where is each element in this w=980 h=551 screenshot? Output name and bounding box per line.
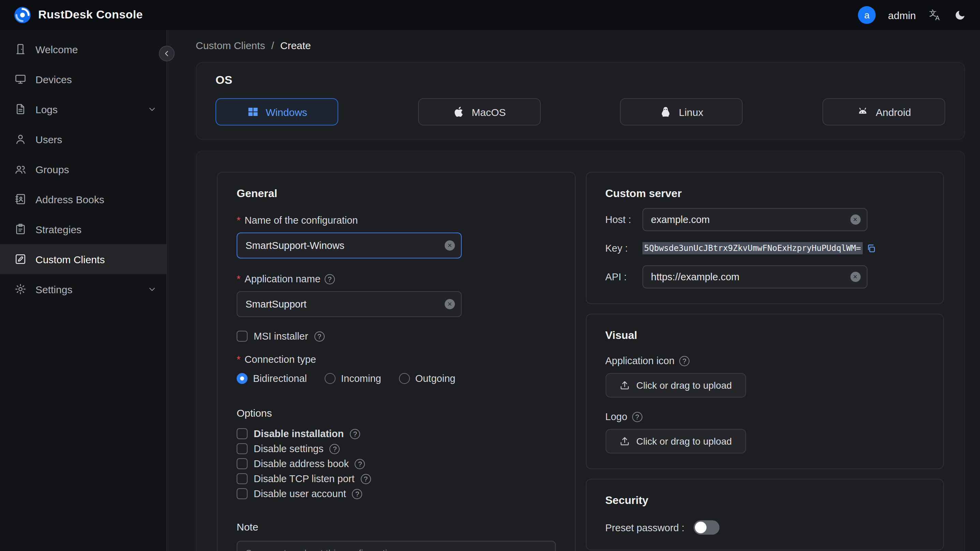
preset-password-toggle[interactable] bbox=[693, 520, 719, 535]
breadcrumb: Custom Clients / Create bbox=[196, 40, 965, 51]
required-marker: * bbox=[237, 354, 240, 365]
clear-icon[interactable]: × bbox=[445, 299, 455, 309]
api-label: API : bbox=[605, 271, 642, 282]
help-icon[interactable]: ? bbox=[330, 444, 340, 454]
upload-icon bbox=[619, 380, 630, 391]
general-card: General * Name of the configuration × * … bbox=[217, 172, 575, 551]
app-name-label: * Application name ? bbox=[237, 274, 555, 284]
main-content: Custom Clients / Create OS Windows bbox=[167, 30, 980, 551]
sidebar-item-label: Groups bbox=[35, 163, 69, 175]
help-icon[interactable]: ? bbox=[314, 331, 325, 341]
clear-icon[interactable]: × bbox=[850, 272, 860, 282]
key-row: Key : 5Qbwsde3unUcJBtrx9ZkvUmwFNoExHzpry… bbox=[605, 239, 924, 257]
gear-icon bbox=[14, 283, 27, 295]
os-button-linux[interactable]: Linux bbox=[620, 98, 743, 126]
breadcrumb-parent[interactable]: Custom Clients bbox=[196, 40, 265, 51]
host-label: Host : bbox=[605, 214, 642, 225]
os-button-windows[interactable]: Windows bbox=[215, 98, 338, 126]
address-book-icon bbox=[14, 193, 27, 205]
api-input[interactable] bbox=[642, 265, 867, 288]
avatar[interactable]: a bbox=[858, 6, 876, 24]
sidebar-item-address-books[interactable]: Address Books bbox=[0, 184, 166, 214]
username[interactable]: admin bbox=[888, 9, 916, 21]
help-icon[interactable]: ? bbox=[361, 474, 371, 484]
name-label: * Name of the configuration bbox=[237, 215, 555, 226]
upload-button-label: Click or drag to upload bbox=[636, 436, 732, 447]
help-icon[interactable]: ? bbox=[355, 459, 365, 469]
clear-icon[interactable]: × bbox=[850, 215, 860, 225]
sidebar-item-devices[interactable]: Devices bbox=[0, 64, 166, 94]
note-textarea[interactable] bbox=[237, 541, 555, 551]
checkbox-icon[interactable] bbox=[237, 488, 248, 499]
radio-bidirectional[interactable]: Bidirectional bbox=[237, 373, 307, 384]
right-column: Custom server Host : × Key : 5Qbwsde3unU… bbox=[585, 172, 944, 551]
option-disable-address-book[interactable]: Disable address book ? bbox=[237, 458, 555, 469]
checkbox-icon[interactable] bbox=[237, 443, 248, 454]
sidebar-collapse-button[interactable] bbox=[159, 46, 175, 61]
app-name-input[interactable] bbox=[237, 291, 462, 317]
breadcrumb-current: Create bbox=[280, 40, 311, 51]
logo-upload-button[interactable]: Click or drag to upload bbox=[605, 429, 746, 454]
apple-icon bbox=[452, 106, 465, 118]
help-icon[interactable]: ? bbox=[679, 356, 689, 366]
required-marker: * bbox=[237, 215, 240, 226]
host-input[interactable] bbox=[642, 208, 867, 231]
connection-type-options: Bidirectional Incoming Outgoing bbox=[237, 373, 555, 384]
topbar-right: a admin 文 A bbox=[858, 6, 966, 24]
chevron-down-icon[interactable] bbox=[147, 284, 157, 294]
windows-icon bbox=[247, 106, 259, 118]
os-button-macos[interactable]: MacOS bbox=[418, 98, 541, 126]
os-button-android[interactable]: Android bbox=[822, 98, 945, 126]
radio-outgoing[interactable]: Outgoing bbox=[399, 373, 455, 384]
options-title: Options bbox=[237, 407, 555, 419]
option-disable-settings[interactable]: Disable settings ? bbox=[237, 443, 555, 454]
upload-icon bbox=[619, 436, 630, 447]
sidebar-item-label: Settings bbox=[35, 283, 72, 295]
sidebar-item-welcome[interactable]: Welcome bbox=[0, 34, 166, 64]
door-icon bbox=[14, 43, 27, 55]
connection-type-label: * Connection type bbox=[237, 354, 555, 365]
radio-icon[interactable] bbox=[325, 373, 336, 384]
chevron-down-icon[interactable] bbox=[147, 104, 157, 114]
os-button-label: Android bbox=[876, 106, 911, 118]
msi-installer-checkbox[interactable] bbox=[237, 331, 248, 342]
name-input[interactable] bbox=[237, 233, 462, 258]
radio-incoming[interactable]: Incoming bbox=[325, 373, 381, 384]
edit-square-icon bbox=[14, 253, 27, 265]
translate-icon[interactable]: 文 A bbox=[928, 8, 942, 22]
sidebar-item-label: Users bbox=[35, 133, 62, 145]
help-icon[interactable]: ? bbox=[632, 412, 643, 422]
app-name-field-wrap: × bbox=[237, 291, 462, 317]
svg-text:A: A bbox=[935, 14, 940, 21]
android-icon bbox=[857, 106, 869, 118]
radio-icon[interactable] bbox=[237, 373, 248, 384]
checkbox-icon[interactable] bbox=[237, 458, 248, 469]
required-marker: * bbox=[237, 274, 240, 284]
checkbox-icon[interactable] bbox=[237, 473, 248, 484]
sidebar-item-users[interactable]: Users bbox=[0, 124, 166, 154]
option-disable-installation[interactable]: Disable installation ? bbox=[237, 428, 555, 439]
sidebar-item-groups[interactable]: Groups bbox=[0, 154, 166, 184]
sidebar-item-logs[interactable]: Logs bbox=[0, 94, 166, 124]
option-disable-user-account[interactable]: Disable user account ? bbox=[237, 488, 555, 499]
custom-server-card: Custom server Host : × Key : 5Qbwsde3unU… bbox=[585, 172, 944, 304]
brand[interactable]: RustDesk Console bbox=[14, 6, 143, 24]
sidebar-item-label: Logs bbox=[35, 104, 57, 115]
sidebar-item-custom-clients[interactable]: Custom Clients bbox=[0, 244, 166, 274]
sidebar-item-settings[interactable]: Settings bbox=[0, 274, 166, 304]
clear-icon[interactable]: × bbox=[445, 240, 455, 251]
moon-icon[interactable] bbox=[954, 9, 966, 21]
help-icon[interactable]: ? bbox=[350, 428, 360, 439]
help-icon[interactable]: ? bbox=[325, 274, 335, 284]
linux-icon bbox=[660, 106, 672, 118]
help-icon[interactable]: ? bbox=[352, 489, 363, 499]
sidebar-item-strategies[interactable]: Strategies bbox=[0, 214, 166, 244]
copy-icon[interactable] bbox=[867, 243, 877, 253]
custom-server-title: Custom server bbox=[605, 188, 924, 200]
checkbox-icon[interactable] bbox=[237, 428, 248, 439]
application-icon-upload-button[interactable]: Click or drag to upload bbox=[605, 373, 746, 398]
radio-icon[interactable] bbox=[399, 373, 410, 384]
option-disable-tcp-listen-port[interactable]: Disable TCP listen port ? bbox=[237, 473, 555, 484]
rustdesk-console-page: RustDesk Console a admin 文 A bbox=[0, 0, 980, 551]
key-value[interactable]: 5Qbwsde3unUcJBtrx9ZkvUmwFNoExHzpryHuPUdq… bbox=[642, 242, 863, 254]
